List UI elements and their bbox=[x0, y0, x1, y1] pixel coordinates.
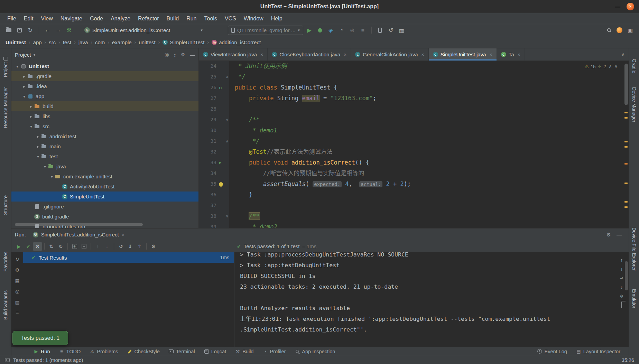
stripe-button-structure[interactable]: Structure bbox=[0, 195, 11, 215]
run-button[interactable]: ▶ bbox=[305, 26, 314, 35]
project-hscrollbar[interactable] bbox=[15, 223, 143, 226]
breadcrumb-item-unittest[interactable]: UnitTest bbox=[6, 39, 26, 45]
settings-icon[interactable]: ⚙ bbox=[181, 52, 185, 58]
tree-expand-arrow[interactable]: ▾ bbox=[42, 164, 48, 169]
rerun-icon[interactable]: ↻ bbox=[15, 256, 19, 262]
test-results-row[interactable]: ✔ Test Results 1ms bbox=[23, 252, 234, 263]
close-button[interactable]: × bbox=[627, 3, 634, 10]
tree-expand-arrow[interactable]: ▾ bbox=[21, 94, 27, 99]
warning-stripe-mark[interactable] bbox=[624, 183, 628, 184]
expand-all-icon[interactable]: + bbox=[70, 242, 79, 251]
next-warning-icon[interactable]: ∨ bbox=[614, 64, 618, 69]
debug-button[interactable] bbox=[315, 26, 325, 35]
tree-expand-arrow[interactable]: ▸ bbox=[35, 144, 41, 149]
editor-tab-closekeyboardaction-java[interactable]: CCloseKeyboardAction.java× bbox=[268, 48, 351, 60]
breadcrumb-item-example[interactable]: example bbox=[112, 39, 132, 45]
menu-item-help[interactable]: Help bbox=[267, 14, 286, 23]
notification-badge[interactable] bbox=[615, 26, 624, 35]
import-test-results-icon[interactable]: ⇓ bbox=[126, 242, 135, 251]
stripe-button-build-variants[interactable]: Build Variants bbox=[0, 290, 11, 320]
breadcrumb-item-src[interactable]: src bbox=[49, 39, 56, 45]
tool-window-button-checkstyle[interactable]: CheckStyle bbox=[123, 348, 163, 355]
next-failed-test-icon[interactable]: ↓ bbox=[102, 242, 112, 251]
scroll-up-icon[interactable]: ↑ bbox=[620, 257, 623, 263]
settings-icon[interactable]: ⚙ bbox=[620, 293, 623, 299]
coverage-button[interactable]: ◈ bbox=[326, 26, 335, 35]
tree-item-app[interactable]: ▾app bbox=[11, 91, 198, 101]
hide-icon[interactable]: — bbox=[617, 232, 622, 238]
tree-expand-arrow[interactable]: ▸ bbox=[28, 104, 34, 109]
tree-item-build-gradle[interactable]: Gbuild.gradle bbox=[11, 212, 198, 222]
soft-wrap-icon[interactable]: ↩ bbox=[620, 275, 623, 281]
tab-close-icon[interactable]: × bbox=[489, 52, 492, 57]
warning-stripe-mark[interactable] bbox=[624, 201, 628, 203]
tree-expand-arrow[interactable]: ▾ bbox=[28, 124, 34, 129]
stripe-button-emulator[interactable]: Emulator bbox=[629, 289, 639, 308]
search-everywhere-icon[interactable] bbox=[604, 26, 613, 35]
menu-item-analyze[interactable]: Analyze bbox=[107, 14, 134, 23]
test-history-icon[interactable]: ↺ bbox=[116, 242, 126, 251]
tool-window-button-build[interactable]: ⚒Build bbox=[232, 348, 257, 355]
menu-item-vcs[interactable]: VCS bbox=[221, 14, 240, 23]
tool-window-button-terminal[interactable]: Terminal bbox=[165, 348, 198, 355]
run-configuration-select[interactable]: G SimpleUnitTest.addition_isCorrect ▾ bbox=[81, 27, 206, 34]
scroll-to-end-icon[interactable]: ⇓ bbox=[620, 284, 623, 290]
stripe-button-device-file-explorer[interactable]: Device File Explorer bbox=[629, 227, 639, 271]
menu-item-code[interactable]: Code bbox=[86, 14, 107, 23]
tree-item-simpleunittest[interactable]: CSimpleUnitTest bbox=[11, 192, 198, 202]
minimize-button[interactable]: — bbox=[615, 3, 620, 9]
stripe-button-favorites[interactable]: Favorites bbox=[0, 252, 11, 272]
stripe-button-resource-manager[interactable]: Resource Manager bbox=[0, 87, 11, 128]
tool-window-switcher-icon[interactable] bbox=[5, 358, 10, 362]
tool-window-button-problems[interactable]: ⚠Problems bbox=[86, 348, 121, 355]
tree-item-java[interactable]: ▾java bbox=[11, 161, 198, 171]
breadcrumb-item-unittest[interactable]: unittest bbox=[139, 39, 155, 45]
breadcrumb-item-app[interactable]: app bbox=[33, 39, 42, 45]
tool-window-button-todo[interactable]: ≡TODO bbox=[56, 348, 84, 355]
tree-expand-arrow[interactable]: ▾ bbox=[49, 174, 55, 179]
forward-icon[interactable]: → bbox=[54, 26, 63, 35]
tree-item-build[interactable]: ▸build bbox=[11, 101, 198, 111]
warning-stripe-mark[interactable] bbox=[624, 117, 628, 119]
hide-icon[interactable]: — bbox=[190, 52, 195, 58]
rerun-icon[interactable]: ▶ bbox=[14, 242, 24, 251]
tool-window-button-layout-inspector[interactable]: ▤Layout Inspector bbox=[573, 348, 624, 355]
editor-tab-viewinteraction-java[interactable]: CViewInteraction.java× bbox=[199, 48, 268, 60]
menu-item-refactor[interactable]: Refactor bbox=[134, 14, 163, 23]
menu-item-navigate[interactable]: Navigate bbox=[57, 14, 86, 23]
device-manager-icon[interactable] bbox=[376, 26, 385, 35]
manage-targets-icon[interactable]: ▤ bbox=[15, 299, 19, 305]
tree-expand-arrow[interactable]: ▸ bbox=[21, 74, 27, 79]
pin-icon[interactable]: ◎ bbox=[15, 289, 19, 294]
tree-item-unittest[interactable]: ▾UnitTest bbox=[11, 61, 198, 71]
scroll-down-icon[interactable]: ↓ bbox=[620, 266, 623, 272]
run-tab[interactable]: G SimpleUnitTest.addition_isCorrect × bbox=[29, 230, 128, 239]
editor-tab-ta[interactable]: CTa× bbox=[497, 48, 525, 60]
collapse-all-icon[interactable]: − bbox=[79, 242, 89, 251]
tree-item-activityrobunittest[interactable]: CActivityRobUnitTest bbox=[11, 181, 198, 192]
project-panel-title[interactable]: Project bbox=[15, 52, 31, 58]
device-select[interactable]: QTI msmnile_gvmq for ... ▾ bbox=[228, 26, 303, 35]
settings-icon[interactable]: ⚙ bbox=[149, 242, 158, 251]
intention-bulb-icon[interactable] bbox=[219, 182, 223, 186]
menu-item-build[interactable]: Build bbox=[163, 14, 183, 23]
sort-by-duration-icon[interactable]: ↻ bbox=[56, 242, 65, 251]
sort-alphabetically-icon[interactable]: ⇅ bbox=[47, 242, 56, 251]
stripe-button-project[interactable]: Project bbox=[0, 57, 11, 77]
tab-close-icon[interactable]: × bbox=[260, 52, 263, 57]
tree-item-gradle[interactable]: ▸.gradle bbox=[11, 71, 198, 81]
tool-window-button-logcat[interactable]: Logcat bbox=[201, 348, 230, 355]
breadcrumb-item-com[interactable]: com bbox=[95, 39, 105, 45]
locate-file-icon[interactable]: ◎ bbox=[165, 52, 169, 58]
restore-layout-icon[interactable]: ▦ bbox=[15, 278, 19, 283]
test-class-gutter-icon[interactable]: ↻ bbox=[219, 82, 222, 93]
tool-window-button-profiler[interactable]: ◔Profiler bbox=[259, 348, 289, 355]
chevron-down-icon[interactable]: ▾ bbox=[34, 53, 36, 57]
warning-stripe-mark[interactable] bbox=[624, 141, 628, 142]
menu-item-edit[interactable]: Edit bbox=[20, 14, 37, 23]
menu-item-tools[interactable]: Tools bbox=[200, 14, 221, 23]
run-test-gutter-icon[interactable]: ▶ bbox=[219, 157, 221, 168]
tool-window-button-event-log[interactable]: Event Log bbox=[534, 348, 570, 355]
save-icon[interactable] bbox=[15, 26, 24, 35]
sync-icon[interactable]: ↻ bbox=[26, 26, 35, 35]
